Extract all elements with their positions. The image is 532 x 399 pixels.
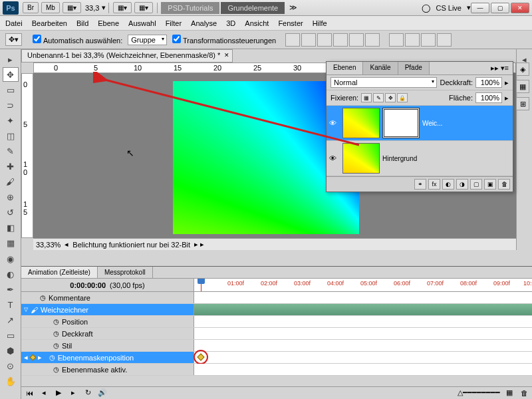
layer-weichzeichner[interactable]: 👁 Weic... — [327, 106, 513, 141]
keyframe-nav-next-icon[interactable]: ▸ — [38, 353, 42, 362]
menu-bearbeiten[interactable]: Bearbeiten — [32, 19, 67, 27]
track-stil[interactable]: ◷Stil — [21, 340, 532, 352]
dodge-tool[interactable]: ◐ — [3, 267, 19, 281]
tab-ebenen[interactable]: Ebenen — [327, 62, 363, 74]
tab-animation[interactable]: Animation (Zeitleiste) — [21, 267, 98, 278]
layer-thumbnail[interactable] — [342, 143, 380, 174]
prev-frame-icon[interactable]: ◂ — [39, 388, 49, 398]
play-icon[interactable]: ▶ — [53, 388, 64, 398]
auto-select-dropdown[interactable]: Gruppe — [128, 35, 167, 45]
align-icon[interactable] — [365, 33, 380, 47]
menu-datei[interactable]: Datei — [5, 19, 23, 27]
history-brush-tool[interactable]: ↺ — [3, 205, 19, 219]
track-position[interactable]: ◷Position — [21, 316, 532, 328]
align-icon[interactable] — [349, 33, 364, 47]
expand-icon[interactable]: ▸ — [3, 52, 19, 66]
track-ebenenmaske-aktiv[interactable]: ◷Ebenenmaske aktiv. — [21, 364, 532, 376]
vertical-ruler[interactable]: 0 5 10 15 — [21, 73, 33, 238]
track-kommentare[interactable]: ◷Kommentare — [21, 292, 532, 304]
minibridge-button[interactable]: Mb — [41, 2, 60, 13]
hand-tool[interactable]: ✋ — [3, 374, 19, 388]
opacity-input[interactable]: 100% — [475, 77, 502, 88]
stopwatch-icon[interactable]: ◷ — [40, 294, 46, 301]
3d-camera-tool[interactable]: ⊙ — [3, 358, 19, 373]
extras-button[interactable]: ▦▾ — [134, 2, 153, 13]
layer-hintergrund[interactable]: 👁 Hintergrund — [327, 141, 513, 176]
layer-mask-thumbnail[interactable] — [382, 108, 420, 138]
auto-select-checkbox[interactable]: Automatisch auswählen: — [33, 35, 122, 45]
menu-analyse[interactable]: Analyse — [191, 19, 217, 27]
crop-tool[interactable]: ◫ — [3, 128, 19, 143]
arrange-button[interactable]: ▦▾ — [113, 2, 132, 13]
pen-tool[interactable]: ✒ — [3, 282, 19, 297]
timecode-display[interactable]: 0:00:00:00 (30,00 fps) — [21, 279, 194, 291]
blend-mode-dropdown[interactable]: Normal — [331, 77, 437, 88]
fx-icon[interactable]: fx — [428, 179, 440, 190]
stopwatch-icon[interactable]: ◷ — [49, 354, 55, 361]
color-panel-icon[interactable]: ◈ — [516, 63, 529, 76]
workspace-tab-grund[interactable]: Grundelemente — [221, 2, 285, 14]
eyedropper-tool[interactable]: ✎ — [3, 144, 19, 158]
marquee-tool[interactable]: ▭ — [3, 82, 19, 97]
screenmode-button[interactable]: ▦▾ — [63, 2, 81, 13]
distribute-icon[interactable] — [421, 33, 436, 47]
menu-3d[interactable]: 3D — [226, 19, 235, 27]
convert-icon[interactable]: ▦ — [504, 388, 515, 398]
eraser-tool[interactable]: ◧ — [3, 220, 19, 235]
align-icon[interactable] — [317, 33, 332, 47]
menu-bild[interactable]: Bild — [76, 19, 88, 27]
bridge-button[interactable]: Br — [23, 2, 39, 13]
move-tool[interactable]: ✥ — [3, 67, 19, 82]
tab-kanaele[interactable]: Kanäle — [363, 62, 398, 74]
disclosure-icon[interactable]: ▽ — [24, 307, 28, 313]
gradient-tool[interactable]: ▦ — [3, 235, 19, 250]
new-layer-icon[interactable]: ▣ — [484, 179, 496, 190]
adjust-panel-icon[interactable]: ⊞ — [516, 97, 529, 110]
layer-name[interactable]: Weic... — [422, 120, 510, 127]
tab-messprotokoll[interactable]: Messprotokoll — [98, 267, 153, 278]
swatch-panel-icon[interactable]: ▦ — [516, 80, 529, 93]
cslive-button[interactable]: CS Live — [430, 3, 467, 13]
trash-icon[interactable]: 🗑 — [498, 179, 510, 190]
link-icon[interactable]: ⚭ — [414, 179, 426, 190]
document-tab[interactable]: Unbenannt-1 bei 33,3% (Weichzeichner, Eb… — [21, 49, 233, 63]
menu-hilfe[interactable]: Hilfe — [313, 19, 327, 27]
menu-filter[interactable]: Filter — [166, 19, 182, 27]
blur-tool[interactable]: ◉ — [3, 251, 19, 266]
folder-icon[interactable]: ▢ — [470, 179, 482, 190]
type-tool[interactable]: T — [3, 297, 19, 312]
menu-ebene[interactable]: Ebene — [98, 19, 119, 27]
keyframe-marker[interactable] — [197, 353, 204, 360]
move-tool-icon[interactable]: ✥▾ — [5, 33, 22, 46]
status-zoom[interactable]: 33,33% — [36, 241, 61, 249]
stopwatch-icon[interactable]: ◷ — [53, 318, 59, 325]
3d-tool[interactable]: ⬢ — [3, 343, 19, 358]
workspace-more-icon[interactable]: ≫ — [285, 3, 301, 12]
workspace-tab-psd[interactable]: PSD-Tutorials — [161, 2, 219, 14]
next-frame-icon[interactable]: ▸ — [68, 388, 78, 398]
wand-tool[interactable]: ✦ — [3, 113, 19, 128]
stopwatch-icon[interactable]: ◷ — [53, 366, 59, 373]
zoom-slider[interactable]: △━━━━━━━━ — [458, 388, 500, 397]
path-tool[interactable]: ↗ — [3, 313, 19, 327]
track-ebenenmaskenposition[interactable]: ◂▸ ◷Ebenenmaskenposition — [21, 352, 532, 364]
stopwatch-icon[interactable]: ◷ — [53, 342, 59, 349]
adjust-icon[interactable]: ◑ — [456, 179, 468, 190]
lock-transparency-icon[interactable]: ▦ — [361, 93, 372, 102]
visibility-icon[interactable]: 👁 — [329, 154, 340, 162]
track-weichzeichner[interactable]: ▽🖌Weichzeichner — [21, 304, 532, 316]
trash-icon[interactable]: 🗑 — [519, 388, 529, 398]
stamp-tool[interactable]: ⊕ — [3, 190, 19, 204]
maximize-button[interactable]: ▢ — [491, 3, 509, 13]
timeline-ruler[interactable]: 01:00f 02:00f 03:00f 04:00f 05:00f 06:00… — [194, 279, 532, 291]
layer-thumbnail[interactable] — [342, 108, 380, 138]
keyframe-icon[interactable] — [30, 354, 37, 361]
menu-fenster[interactable]: Fenster — [278, 19, 303, 27]
panel-menu-icon[interactable]: ▸▸ ▾≡ — [487, 62, 513, 74]
align-icon[interactable] — [301, 33, 316, 47]
stopwatch-icon[interactable]: ◷ — [53, 330, 59, 337]
layer-name[interactable]: Hintergrund — [382, 155, 510, 162]
menu-auswahl[interactable]: Auswahl — [128, 19, 156, 27]
track-deckkraft[interactable]: ◷Deckkraft — [21, 328, 532, 340]
heal-tool[interactable]: ✚ — [3, 159, 19, 174]
